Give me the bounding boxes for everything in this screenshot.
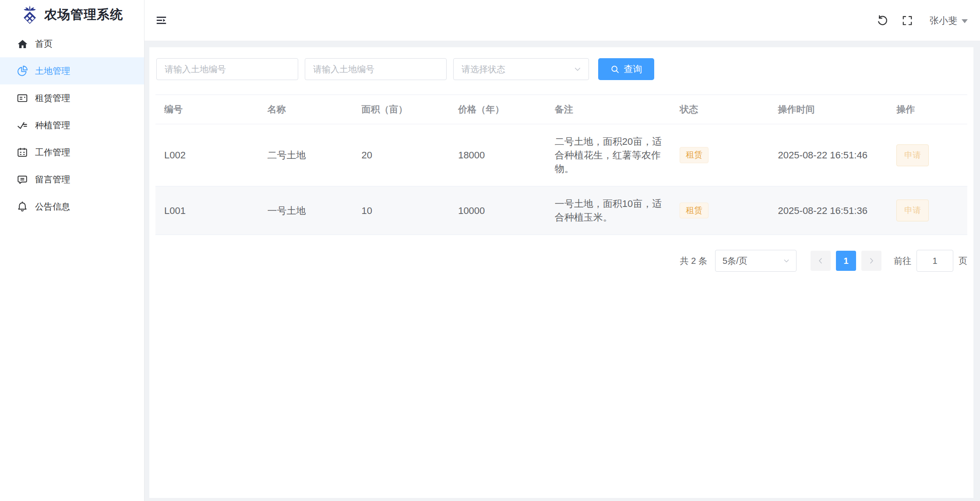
sidebar-item-land[interactable]: 土地管理 [0,57,144,84]
cell-price: 18000 [449,124,546,186]
apply-button[interactable]: 申请 [896,144,929,166]
page-content: 请选择状态 查询 [145,41,980,501]
sidebar-item-messages[interactable]: 留言管理 [0,166,144,193]
pagination: 共 2 条 5条/页 1 [155,250,967,272]
app-title: 农场管理系统 [44,6,123,24]
table-header-row: 编号 名称 面积（亩） 价格（年） 备注 状态 操作时间 操作 [155,95,967,124]
cell-remark: 二号土地，面积20亩，适合种植花生，红薯等农作物。 [546,124,671,186]
checklist-icon [17,119,28,131]
sidebar-item-label: 种植管理 [35,119,70,131]
prev-page-button[interactable] [811,251,831,271]
query-button-label: 查询 [624,63,642,75]
app-window: 农场管理系统 首页 土地管理 [0,0,980,501]
col-header-price: 价格（年） [449,95,546,124]
page-size-value: 5条/页 [723,255,747,267]
page-size-select[interactable]: 5条/页 [715,250,797,272]
col-header-name: 名称 [258,95,353,124]
topbar: 张小斐 [145,0,980,41]
sidebar-item-label: 土地管理 [35,65,70,77]
cell-time: 2025-08-22 16:51:36 [769,186,888,235]
sidebar: 农场管理系统 首页 土地管理 [0,0,145,501]
status-badge: 租赁 [680,203,709,219]
table-row: L001 一号土地 10 10000 一号土地，面积10亩，适合种植玉米。 租赁… [155,186,967,235]
pie-chart-icon [17,65,28,77]
sidebar-item-label: 租赁管理 [35,92,70,104]
chevron-down-icon [574,65,582,73]
sidebar-item-label: 留言管理 [35,174,70,186]
user-menu[interactable]: 张小斐 [930,14,968,27]
table-row: L002 二号土地 20 18000 二号土地，面积20亩，适合种植花生，红薯等… [155,124,967,186]
chevron-left-icon [817,257,825,265]
logo-icon [21,5,39,25]
chevron-right-icon [867,257,875,265]
search-icon [610,65,620,74]
col-header-time: 操作时间 [769,95,888,124]
message-icon [17,174,28,185]
logo: 农场管理系统 [0,0,144,29]
next-page-button[interactable] [861,251,881,271]
chevron-down-icon [962,19,968,23]
query-button[interactable]: 查询 [598,58,654,80]
sidebar-item-label: 首页 [35,38,53,50]
col-header-id: 编号 [155,95,258,124]
land-table: 编号 名称 面积（亩） 价格（年） 备注 状态 操作时间 操作 L002 [155,95,967,235]
cell-remark: 一号土地，面积10亩，适合种植玉米。 [546,186,671,235]
col-header-status: 状态 [671,95,769,124]
refresh-icon[interactable] [877,14,888,26]
page-number-button[interactable]: 1 [836,251,856,271]
collapse-sidebar-icon[interactable] [155,14,167,26]
fullscreen-icon[interactable] [902,15,913,26]
cell-id: L002 [155,124,258,186]
cell-name: 二号土地 [258,124,353,186]
cell-name: 一号土地 [258,186,353,235]
status-select[interactable]: 请选择状态 [453,58,589,80]
status-select-placeholder: 请选择状态 [462,63,505,75]
cell-price: 10000 [449,186,546,235]
cell-area: 20 [353,124,450,186]
col-header-area: 面积（亩） [353,95,450,124]
postcard-icon [17,92,28,104]
apply-button[interactable]: 申请 [896,200,929,221]
search-bar: 请选择状态 查询 [156,58,966,80]
cell-id: L001 [155,186,258,235]
sidebar-item-home[interactable]: 首页 [0,30,144,57]
total-count: 共 2 条 [680,255,707,267]
sidebar-menu: 首页 土地管理 [0,29,144,220]
col-header-actions: 操作 [888,95,967,124]
page-unit-label: 页 [959,255,967,267]
sidebar-item-announcements[interactable]: 公告信息 [0,193,144,220]
sidebar-item-lease[interactable]: 租赁管理 [0,84,144,112]
username: 张小斐 [930,14,957,27]
col-header-remark: 备注 [546,95,671,124]
land-management-card: 请选择状态 查询 [149,47,973,498]
land-code-input[interactable] [156,58,298,80]
status-badge: 租赁 [680,147,709,163]
sidebar-item-work[interactable]: 工作管理 [0,139,144,166]
cell-time: 2025-08-22 16:51:46 [769,124,888,186]
sidebar-item-label: 工作管理 [35,147,70,158]
land-name-input[interactable] [305,58,447,80]
main-column: 张小斐 请选择状态 [145,0,980,501]
home-icon [17,38,28,49]
calendar-icon [17,147,28,158]
bell-icon [17,201,28,212]
goto-label: 前往 [894,255,911,267]
sidebar-item-label: 公告信息 [35,201,70,213]
sidebar-item-planting[interactable]: 种植管理 [0,112,144,139]
goto-page-input[interactable] [917,250,953,272]
chevron-down-icon [783,257,790,264]
cell-area: 10 [353,186,450,235]
